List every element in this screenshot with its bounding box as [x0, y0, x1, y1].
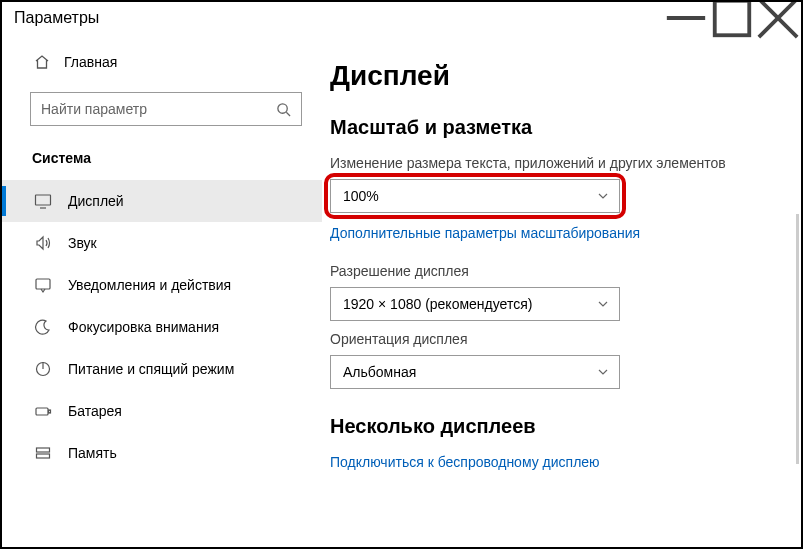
- sidebar-item-label: Память: [68, 445, 117, 461]
- chevron-down-icon: [597, 298, 609, 310]
- svg-rect-6: [36, 195, 51, 205]
- sidebar-item-label: Уведомления и действия: [68, 277, 231, 293]
- storage-icon: [34, 444, 52, 462]
- minimize-button[interactable]: [663, 2, 709, 34]
- battery-icon: [34, 402, 52, 420]
- display-icon: [34, 192, 52, 210]
- window-title: Параметры: [14, 9, 99, 27]
- sidebar-item-display[interactable]: Дисплей: [2, 180, 322, 222]
- maximize-button[interactable]: [709, 2, 755, 34]
- search-icon: [276, 102, 291, 117]
- home-icon: [34, 54, 50, 70]
- svg-rect-12: [49, 410, 51, 413]
- svg-rect-14: [37, 454, 50, 458]
- wireless-link[interactable]: Подключиться к беспроводному дисплею: [330, 454, 781, 470]
- search-placeholder: Найти параметр: [41, 101, 147, 117]
- sidebar-item-label: Питание и спящий режим: [68, 361, 234, 377]
- svg-rect-11: [36, 408, 48, 415]
- scale-value: 100%: [343, 188, 379, 204]
- titlebar: Параметры: [2, 2, 801, 34]
- search-input[interactable]: Найти параметр: [30, 92, 302, 126]
- home-label: Главная: [64, 54, 117, 70]
- svg-rect-8: [36, 279, 50, 289]
- sidebar-item-power[interactable]: Питание и спящий режим: [2, 348, 322, 390]
- window-controls: [663, 2, 801, 34]
- svg-line-5: [286, 112, 290, 116]
- category-title: Система: [2, 144, 322, 180]
- scale-advanced-link[interactable]: Дополнительные параметры масштабирования: [330, 225, 781, 241]
- resolution-label: Разрешение дисплея: [330, 263, 781, 279]
- sound-icon: [34, 234, 52, 252]
- focus-icon: [34, 318, 52, 336]
- main-content: Дисплей Масштаб и разметка Изменение раз…: [322, 34, 801, 547]
- scale-select[interactable]: 100%: [330, 179, 620, 213]
- section-multi: Несколько дисплеев: [330, 415, 781, 438]
- resolution-value: 1920 × 1080 (рекомендуется): [343, 296, 532, 312]
- svg-rect-13: [37, 448, 50, 452]
- chevron-down-icon: [597, 190, 609, 202]
- scale-highlight: 100%: [324, 173, 626, 219]
- sidebar-item-label: Звук: [68, 235, 97, 251]
- home-button[interactable]: Главная: [2, 46, 322, 78]
- scale-label: Изменение размера текста, приложений и д…: [330, 155, 781, 171]
- orientation-value: Альбомная: [343, 364, 416, 380]
- sidebar-item-label: Батарея: [68, 403, 122, 419]
- sidebar-item-sound[interactable]: Звук: [2, 222, 322, 264]
- svg-rect-1: [715, 1, 750, 36]
- notifications-icon: [34, 276, 52, 294]
- sidebar-item-battery[interactable]: Батарея: [2, 390, 322, 432]
- sidebar: Главная Найти параметр Система Дисплей З…: [2, 34, 322, 547]
- chevron-down-icon: [597, 366, 609, 378]
- section-scale: Масштаб и разметка: [330, 116, 781, 139]
- power-icon: [34, 360, 52, 378]
- sidebar-item-focus[interactable]: Фокусировка внимания: [2, 306, 322, 348]
- close-button[interactable]: [755, 2, 801, 34]
- orientation-select[interactable]: Альбомная: [330, 355, 620, 389]
- resolution-select[interactable]: 1920 × 1080 (рекомендуется): [330, 287, 620, 321]
- sidebar-item-notifications[interactable]: Уведомления и действия: [2, 264, 322, 306]
- sidebar-item-label: Фокусировка внимания: [68, 319, 219, 335]
- sidebar-item-label: Дисплей: [68, 193, 124, 209]
- orientation-label: Ориентация дисплея: [330, 331, 781, 347]
- svg-point-4: [278, 103, 287, 112]
- sidebar-item-storage[interactable]: Память: [2, 432, 322, 474]
- scrollbar[interactable]: [796, 214, 799, 464]
- page-title: Дисплей: [330, 60, 781, 92]
